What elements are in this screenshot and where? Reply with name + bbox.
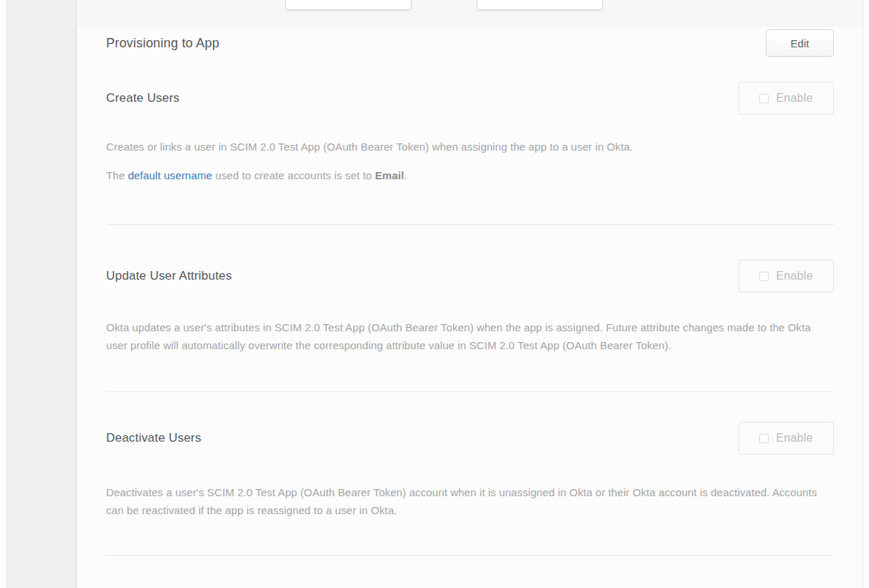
section-divider <box>106 224 834 225</box>
deactivate-users-description: Deactivates a user's SCIM 2.0 Test App (… <box>106 483 834 519</box>
enable-label: Enable <box>776 270 812 283</box>
enable-toggle-deactivate-users[interactable]: Enable <box>739 422 834 455</box>
note-mid: used to create accounts is set to <box>212 169 375 181</box>
section-row-update-user-attributes: Update User Attributes Enable <box>106 260 834 293</box>
partial-field-right[interactable] <box>477 0 603 10</box>
section-row-deactivate-users: Deactivate Users Enable <box>106 422 834 455</box>
note-prefix: The <box>106 169 128 181</box>
default-username-note: The default username used to create acco… <box>106 166 834 184</box>
enable-toggle-update-user-attributes[interactable]: Enable <box>739 260 834 293</box>
enable-checkbox[interactable] <box>759 94 769 103</box>
edit-button[interactable]: Edit <box>766 29 834 57</box>
default-username-link[interactable]: default username <box>128 169 212 181</box>
content-inner: Provisioning to App Edit Create Users En… <box>77 29 863 556</box>
provisioning-header-row: Provisioning to App Edit <box>106 29 834 57</box>
note-suffix: . <box>404 169 407 181</box>
enable-label: Enable <box>776 432 812 445</box>
section-divider <box>106 392 834 392</box>
section-row-create-users: Create Users Enable <box>106 82 834 115</box>
enable-label: Enable <box>776 92 812 105</box>
enable-checkbox[interactable] <box>759 434 769 443</box>
page-title: Provisioning to App <box>106 36 219 51</box>
main-panel: Provisioning to App Edit Create Users En… <box>77 0 863 588</box>
enable-checkbox[interactable] <box>759 272 769 281</box>
enable-toggle-create-users[interactable]: Enable <box>739 82 834 115</box>
update-user-attributes-description: Okta updates a user's attributes in SCIM… <box>106 318 834 354</box>
note-bold-value: Email <box>375 169 404 181</box>
screen: Provisioning to App Edit Create Users En… <box>0 0 869 588</box>
create-users-description: Creates or links a user in SCIM 2.0 Test… <box>106 138 834 156</box>
left-sidebar <box>6 0 77 588</box>
partial-field-left[interactable] <box>285 0 412 10</box>
top-cropped-row <box>77 0 863 27</box>
section-heading-create-users: Create Users <box>106 91 180 105</box>
section-divider <box>106 555 834 556</box>
section-heading-deactivate-users: Deactivate Users <box>106 431 201 445</box>
section-heading-update-user-attributes: Update User Attributes <box>106 269 232 283</box>
